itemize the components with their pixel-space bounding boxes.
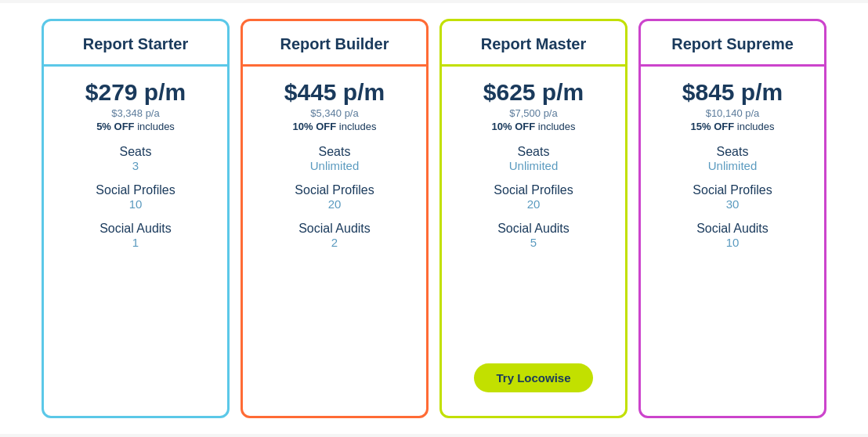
profiles-label-starter: Social Profiles [52, 183, 219, 197]
price-off-master: 10% OFF includes [492, 121, 576, 132]
profiles-value-master: 20 [450, 197, 617, 211]
try-button-master[interactable]: Try Locowise [474, 363, 592, 392]
price-off-builder: 10% OFF includes [293, 121, 377, 132]
price-off-supreme: 15% OFF includes [691, 121, 775, 132]
price-annual-master: $7,500 p/a [509, 107, 557, 119]
audits-value-starter: 1 [52, 236, 219, 249]
price-off-starter: 5% OFF includes [96, 121, 175, 132]
profiles-label-supreme: Social Profiles [649, 183, 816, 197]
plan-header-builder: Report Builder [243, 21, 426, 67]
plan-card-master: Report Master $625 p/m $7,500 p/a 10% OF… [439, 19, 627, 418]
seats-value-builder: Unlimited [251, 159, 418, 172]
seats-value-supreme: Unlimited [649, 159, 816, 172]
profiles-block-starter: Social Profiles 10 [52, 183, 219, 211]
audits-label-master: Social Audits [450, 222, 617, 236]
profiles-label-master: Social Profiles [450, 183, 617, 197]
audits-value-master: 5 [450, 236, 617, 249]
plan-name-builder: Report Builder [251, 35, 418, 53]
profiles-value-supreme: 30 [649, 197, 816, 211]
plan-body-master: $625 p/m $7,500 p/a 10% OFF includes Sea… [442, 67, 625, 416]
profiles-value-starter: 10 [52, 197, 219, 211]
plan-name-starter: Report Starter [52, 35, 219, 53]
pricing-container: Report Starter $279 p/m $3,348 p/a 5% OF… [0, 3, 868, 434]
plan-body-builder: $445 p/m $5,340 p/a 10% OFF includes Sea… [243, 67, 426, 416]
seats-value-master: Unlimited [450, 159, 617, 172]
seats-label-starter: Seats [52, 145, 219, 159]
price-annual-builder: $5,340 p/a [310, 107, 358, 119]
price-monthly-supreme: $845 p/m [682, 79, 783, 106]
audits-label-builder: Social Audits [251, 222, 418, 236]
audits-label-starter: Social Audits [52, 222, 219, 236]
audits-block-starter: Social Audits 1 [52, 222, 219, 249]
seats-value-starter: 3 [52, 159, 219, 172]
audits-value-supreme: 10 [649, 236, 816, 249]
seats-block-supreme: Seats Unlimited [649, 145, 816, 172]
profiles-block-builder: Social Profiles 20 [251, 183, 418, 211]
profiles-block-supreme: Social Profiles 30 [649, 183, 816, 211]
audits-block-master: Social Audits 5 [450, 222, 617, 249]
audits-value-builder: 2 [251, 236, 418, 249]
audits-block-builder: Social Audits 2 [251, 222, 418, 249]
seats-block-builder: Seats Unlimited [251, 145, 418, 172]
plan-name-master: Report Master [450, 35, 617, 53]
price-monthly-master: $625 p/m [483, 79, 584, 106]
plan-name-supreme: Report Supreme [649, 35, 816, 53]
audits-label-supreme: Social Audits [649, 222, 816, 236]
plan-header-starter: Report Starter [44, 21, 227, 67]
seats-label-master: Seats [450, 145, 617, 159]
plan-header-master: Report Master [442, 21, 625, 67]
seats-label-supreme: Seats [649, 145, 816, 159]
plan-card-starter: Report Starter $279 p/m $3,348 p/a 5% OF… [42, 19, 230, 418]
seats-block-master: Seats Unlimited [450, 145, 617, 172]
profiles-value-builder: 20 [251, 197, 418, 211]
price-annual-starter: $3,348 p/a [111, 107, 159, 119]
seats-label-builder: Seats [251, 145, 418, 159]
seats-block-starter: Seats 3 [52, 145, 219, 172]
plan-body-starter: $279 p/m $3,348 p/a 5% OFF includes Seat… [44, 67, 227, 416]
plan-card-supreme: Report Supreme $845 p/m $10,140 p/a 15% … [638, 19, 826, 418]
price-monthly-builder: $445 p/m [284, 79, 385, 106]
plan-header-supreme: Report Supreme [641, 21, 824, 67]
plan-body-supreme: $845 p/m $10,140 p/a 15% OFF includes Se… [641, 67, 824, 416]
audits-block-supreme: Social Audits 10 [649, 222, 816, 249]
price-monthly-starter: $279 p/m [85, 79, 186, 106]
profiles-label-builder: Social Profiles [251, 183, 418, 197]
profiles-block-master: Social Profiles 20 [450, 183, 617, 211]
price-annual-supreme: $10,140 p/a [706, 107, 760, 119]
plan-card-builder: Report Builder $445 p/m $5,340 p/a 10% O… [241, 19, 429, 418]
